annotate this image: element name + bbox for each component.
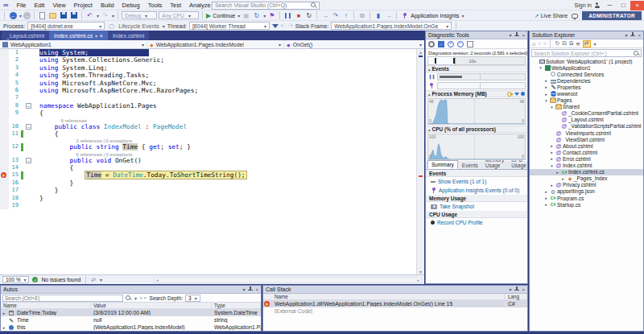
save-icon[interactable]	[60, 12, 67, 19]
refresh-icon[interactable]: ↻	[555, 40, 559, 47]
column-type[interactable]: Type	[212, 303, 261, 308]
tree-item[interactable]: @_ValidationScriptsPartial.cshtml	[530, 123, 643, 130]
tab-index-cshtml-cs[interactable]: Index.cshtml.cs • ×	[49, 31, 108, 40]
pin-icon[interactable]	[247, 287, 253, 292]
expander-icon[interactable]: ▸	[560, 176, 566, 181]
tab-summary[interactable]: Summary	[427, 160, 458, 169]
fold-icon[interactable]: −	[26, 158, 31, 163]
expander-icon[interactable]: ▾	[549, 163, 555, 168]
column-name[interactable]: Name	[272, 294, 505, 299]
type-dropdown[interactable]: ◆ WebApplication1.Pages.IndexModel▾	[147, 40, 284, 48]
pause-icon[interactable]	[285, 13, 291, 19]
menu-tools[interactable]: Tools	[144, 2, 167, 9]
thread-dropdown[interactable]: [8044] Worker Thread▾	[189, 22, 270, 30]
tree-item[interactable]: ▸C#Index.cshtml.cs	[530, 169, 643, 175]
sign-in-button[interactable]: Sign in	[575, 2, 600, 8]
autos-row[interactable]: ▸ this {WebApplication1.Pages.IndexModel…	[1, 324, 261, 331]
reset-view-icon[interactable]	[467, 41, 473, 47]
menu-build[interactable]: Build	[97, 2, 118, 9]
lifecycle-events-dropdown[interactable]: Lifecycle Events	[118, 23, 159, 29]
feedback-icon[interactable]	[572, 14, 578, 19]
step-out-icon[interactable]: ↑	[341, 11, 350, 20]
close-button[interactable]: ×	[630, 1, 644, 10]
tree-item[interactable]: ▸wwwroot	[530, 90, 643, 97]
code-line[interactable]: 7	[0, 94, 416, 101]
autos-header[interactable]: Autos ▾ ×	[1, 286, 261, 294]
call-stack-frame[interactable]: [External Code]	[263, 307, 527, 315]
vs-search-box[interactable]: Search Visual Studio (Ctrl+Q)	[212, 2, 320, 10]
column-value[interactable]: Value	[91, 303, 212, 308]
pin-icon[interactable]	[630, 32, 635, 38]
window-menu-icon[interactable]: ▾	[509, 287, 511, 292]
search-depth-dropdown[interactable]: 3▾	[185, 295, 200, 302]
close-panel-icon[interactable]: ×	[522, 287, 525, 292]
solution-platform-dropdown[interactable]: Any CPU▾	[159, 11, 199, 19]
solution-search-box[interactable]: Search Solution Explorer (Ctrl+;)	[531, 49, 642, 57]
project-dropdown[interactable]: WebApplication1▾	[0, 40, 147, 48]
bookmark-icon[interactable]: ▮	[374, 11, 382, 20]
cpu-section-header[interactable]: ▴CPU (% of all processors)	[426, 126, 527, 133]
close-panel-icon[interactable]: ×	[255, 287, 258, 292]
stop-debugging-icon[interactable]: ■	[294, 11, 303, 20]
redo-icon[interactable]: ↷	[101, 11, 109, 20]
properties-icon[interactable]: ⚒	[576, 41, 580, 47]
memory-chart[interactable]: 48 0 48 0	[427, 98, 526, 125]
toolbar-grip[interactable]	[4, 12, 6, 19]
tree-item[interactable]: @_Layout.cshtml	[530, 117, 643, 123]
tree-item[interactable]: ▸@About.cshtml	[530, 142, 643, 149]
menu-view[interactable]: View	[48, 2, 69, 9]
breakpoint-icon[interactable]	[1, 172, 6, 178]
zoom-out-icon[interactable]	[457, 41, 464, 47]
back-icon[interactable]: ○	[538, 41, 541, 46]
snapshot-key-icon[interactable]	[507, 91, 513, 97]
expander-icon[interactable]: ▾	[549, 105, 555, 109]
code-line[interactable]: 1using System;	[0, 49, 416, 56]
menu-test[interactable]: Test	[166, 2, 185, 9]
maximize-button[interactable]: □	[617, 1, 630, 10]
code-map-icon[interactable]: ⧉	[357, 11, 366, 20]
code-line[interactable]: 5using Microsoft.AspNetCore.Mvc;	[0, 80, 416, 87]
timeline-ruler[interactable]: 10s	[427, 56, 526, 65]
process-dropdown[interactable]: [9404] dotnet.exe▾	[27, 22, 105, 30]
continue-icon[interactable]: ▶	[206, 12, 211, 19]
pin-icon[interactable]	[514, 287, 519, 292]
tree-item[interactable]: ▸Properties	[530, 84, 643, 90]
fold-icon[interactable]: −	[26, 124, 31, 130]
solution-configuration-dropdown[interactable]: Debug▾	[122, 11, 157, 19]
expander-icon[interactable]: ▸	[543, 202, 549, 207]
expander-icon[interactable]: ▸	[549, 150, 555, 155]
tab-events[interactable]: Events	[459, 162, 481, 169]
tree-item[interactable]: @_CookieConsentPartial.cshtml	[530, 110, 643, 117]
tree-item[interactable]: ▾@Index.cshtml	[530, 163, 643, 169]
stack-frame-dropdown[interactable]: WebApplication1.Pages.IndexModel.OnGe▾	[331, 22, 452, 30]
step-into-icon[interactable]: →	[320, 11, 329, 20]
record-cpu-link[interactable]: Record CPU Profile	[426, 218, 527, 227]
new-file-icon[interactable]	[39, 12, 45, 19]
events-section-header[interactable]: ▴Events	[426, 65, 527, 72]
codelens-row[interactable]: 2 references | 0 exceptions	[0, 138, 416, 143]
minimize-button[interactable]: ─	[603, 1, 617, 10]
tab-close-icon[interactable]: ×	[100, 33, 103, 39]
menu-edit[interactable]: Edit	[31, 2, 49, 9]
diagnostic-tools-header[interactable]: Diagnostic Tools ▾ ×	[426, 31, 527, 39]
expander-icon[interactable]: ▸	[543, 78, 549, 83]
codelens-row[interactable]: 0 references | 0 exceptions	[0, 151, 416, 157]
sync-with-active-document-icon[interactable]: ⇄	[583, 40, 591, 47]
tab-layout-cshtml[interactable]: _Layout.cshtml	[2, 31, 49, 40]
filter-threads-icon[interactable]	[272, 24, 279, 28]
navigate-forward-icon[interactable]: →	[23, 12, 31, 19]
expander-icon[interactable]: ▸	[549, 143, 555, 148]
tree-item[interactable]: ▸◆_Pages_Index	[530, 175, 643, 182]
expander-icon[interactable]: ▸	[543, 85, 549, 89]
show-events-link[interactable]: Show Events (1 of 1)	[426, 177, 527, 186]
application-insights-button[interactable]: Application Insights	[411, 13, 459, 19]
expander-icon[interactable]: ▸	[543, 196, 549, 200]
expander-icon[interactable]: ▾	[543, 98, 549, 103]
window-menu-icon[interactable]: ▾	[242, 287, 245, 292]
code-line[interactable]: 2using System.Collections.Generic;	[0, 56, 416, 64]
pin-icon[interactable]	[514, 32, 519, 38]
save-all-icon[interactable]	[71, 12, 77, 19]
show-next-statement-icon[interactable]: ⚑	[267, 11, 276, 20]
code-line[interactable]: 8−namespace WebApplication1.Pages	[0, 102, 416, 109]
code-line[interactable]: 4using System.Threading.Tasks;	[0, 72, 416, 79]
